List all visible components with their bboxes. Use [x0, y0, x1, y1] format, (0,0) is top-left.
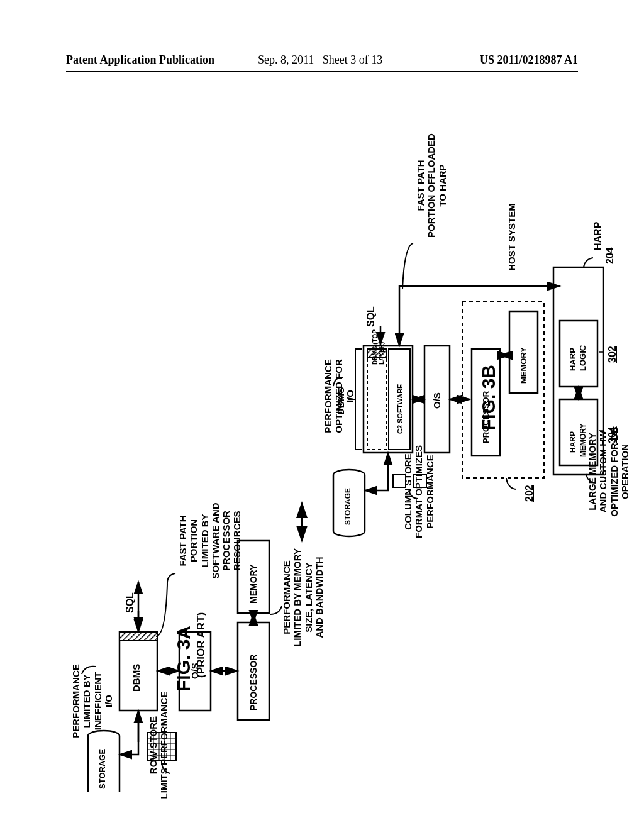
svg-text:SQL: SQL — [125, 592, 135, 613]
fig-3a-sublabel-text: (PRIOR ART) — [195, 612, 208, 678]
svg-text:LOGIC: LOGIC — [578, 345, 587, 371]
note-io-b: PERFORMANCE OPTIMIZED FOR I/O — [323, 352, 355, 440]
note-col-b: COLUMN STORE FORMAT OPTIMIZES PERFORMANC… — [402, 435, 435, 548]
svg-text:O/S: O/S — [431, 392, 442, 409]
host-ref: 202 — [524, 485, 535, 502]
fig-3a-label-text: FIG. 3A — [173, 626, 194, 692]
note-fast-a: FAST PATH PORTION LIMITED BY SOFTWARE AN… — [177, 490, 243, 591]
svg-text:HARP: HARP — [568, 348, 577, 371]
harp-label: HARP — [592, 222, 604, 250]
harp-label-text: HARP — [592, 222, 603, 250]
fig-3a-label: FIG. 3A — [173, 692, 239, 713]
host-label: HOST SYSTEM — [506, 196, 517, 278]
fig-3b-label: FIG. 3B — [478, 431, 544, 452]
harp-ref: 204 — [604, 247, 616, 264]
note-fast-b-text: FAST PATH PORTION OFFLOADED TO HARP — [415, 133, 448, 238]
note-io-a: PERFORMANCE LIMITED BY INEFFICIENT I/O — [70, 663, 114, 739]
header-date-text: Sep. 8, 2011 — [258, 53, 314, 66]
fig-3b: SQL DBMS DBMS (TOP LAYER) C2 SOFTWARE — [333, 243, 604, 536]
note-row-a: ROW STORE LIMITS PERFORMANCE — [148, 689, 170, 802]
harp-ref-text: 204 — [604, 247, 615, 264]
note-io-a-text: PERFORMANCE LIMITED BY INEFFICIENT I/O — [70, 664, 114, 738]
figure-area: SQL DBMS O/S PROCESSOR — [38, 101, 604, 792]
svg-text:LAYER): LAYER) — [378, 342, 385, 365]
svg-text:STORAGE: STORAGE — [97, 749, 107, 789]
harp-logic-ref-text: 302 — [607, 346, 618, 363]
note-io-b-text: PERFORMANCE OPTIMIZED FOR I/O — [323, 359, 355, 433]
host-ref-text: 202 — [524, 485, 535, 502]
note-mem-a: PERFORMANCE LIMITED BY MEMORY SIZE, LATE… — [281, 541, 325, 654]
svg-text:C2 SOFTWARE: C2 SOFTWARE — [396, 384, 404, 434]
note-col-b-text: COLUMN STORE FORMAT OPTIMIZES PERFORMANC… — [402, 445, 435, 538]
host-label-text: HOST SYSTEM — [506, 203, 517, 271]
note-fast-a-text: FAST PATH PORTION LIMITED BY SOFTWARE AN… — [177, 502, 242, 578]
harp-mem-ref: 304 — [607, 426, 618, 443]
header-sheet: Sheet 3 of 13 — [323, 53, 382, 66]
svg-text:MEMORY: MEMORY — [519, 347, 528, 384]
svg-text:STORAGE: STORAGE — [343, 488, 352, 525]
svg-text:MEMORY: MEMORY — [579, 423, 587, 457]
note-mem-a-text: PERFORMANCE LIMITED BY MEMORY SIZE, LATE… — [281, 548, 325, 646]
header-docnum: US 2011/0218987 A1 — [480, 53, 578, 67]
harp-logic-ref: 302 — [607, 346, 618, 363]
header-left: Patent Application Publication — [66, 53, 214, 67]
fig-3a-sublabel: (PRIOR ART) — [195, 678, 260, 690]
svg-text:HARP: HARP — [569, 431, 577, 453]
harp-mem-ref-text: 304 — [607, 426, 618, 443]
page: Patent Application Publication Sep. 8, 2… — [0, 0, 644, 830]
fig-3b-label-text: FIG. 3B — [478, 365, 499, 431]
header-date: Sep. 8, 2011 Sheet 3 of 13 — [258, 53, 382, 67]
note-fast-b: FAST PATH PORTION OFFLOADED TO HARP — [415, 126, 448, 245]
note-row-a-text: ROW STORE LIMITS PERFORMANCE — [148, 692, 169, 799]
svg-text:MEMORY: MEMORY — [248, 564, 258, 604]
svg-rect-5 — [119, 632, 157, 641]
svg-text:SQL: SQL — [365, 306, 376, 327]
svg-text:DBMS: DBMS — [131, 664, 142, 692]
header-rule — [66, 71, 578, 72]
